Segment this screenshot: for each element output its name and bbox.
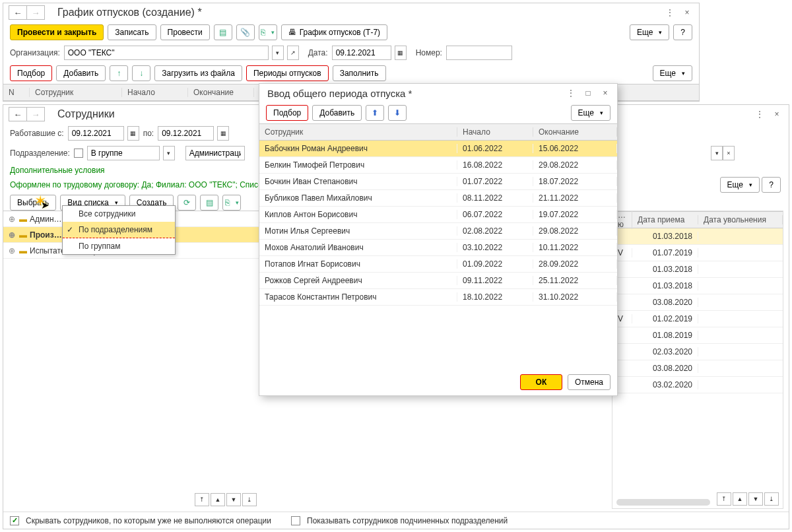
clear-icon[interactable]: × [723, 146, 735, 160]
dropdown-icon[interactable]: ▾ [163, 146, 175, 160]
select-button[interactable]: Подбор [10, 65, 52, 81]
attach-icon[interactable]: 📎 [236, 24, 255, 40]
table-row[interactable]: Белкин Тимофей Петрович16.08.202229.08.2… [259, 157, 617, 174]
dept-checkbox[interactable] [74, 149, 83, 158]
up-icon[interactable]: ↑ [110, 65, 128, 81]
page-down-button[interactable]: ▼ [748, 492, 763, 506]
table-row[interactable]: 03.08.2020 [612, 360, 783, 377]
hide-emp-checkbox[interactable] [10, 516, 19, 525]
page-up-button[interactable]: ▲ [211, 493, 225, 506]
maximize-icon[interactable]: □ [581, 86, 595, 100]
cell-hire: 01.03.2018 [632, 281, 698, 290]
more2-button[interactable]: Еще [653, 65, 692, 81]
cell-emp: Потапов Игнат Борисович [259, 259, 457, 269]
org-dropdown-icon[interactable]: ▾ [272, 46, 284, 60]
menu-icon[interactable]: ⋮ [663, 6, 676, 19]
nav-back-button[interactable]: ← [9, 107, 27, 121]
show-sub-checkbox[interactable] [291, 516, 300, 525]
cell-hire: 03.02.2020 [632, 380, 698, 389]
post-button[interactable]: Провести [160, 24, 210, 40]
post-close-button[interactable]: Провести и закрыть [10, 24, 104, 40]
page-up-button[interactable]: ▲ [733, 492, 747, 506]
emp-help-button[interactable]: ? [762, 177, 781, 193]
dlg-select-button[interactable]: Подбор [266, 105, 308, 121]
table-row[interactable]: 01.03.2018 [612, 278, 783, 294]
refresh-icon[interactable]: ⟳ [178, 195, 196, 211]
table-row[interactable]: 01.03.2018 [612, 228, 783, 245]
date-from-input[interactable] [68, 126, 124, 141]
org-open-icon[interactable]: ↗ [287, 46, 299, 60]
cell-end: 18.07.2022 [533, 177, 617, 186]
cell-hire: 01.03.2018 [632, 232, 698, 241]
expander-icon[interactable]: ⊕ [7, 215, 16, 224]
calendar-icon[interactable]: ▦ [127, 126, 139, 141]
save-button[interactable]: Записать [108, 24, 156, 40]
table-row[interactable]: Рожков Сергей Андреевич09.11.202225.11.2… [259, 273, 617, 289]
expander-icon[interactable]: ⊕ [7, 230, 16, 240]
help-button[interactable]: ? [673, 24, 692, 40]
table-row[interactable]: 01.08.2019 [612, 327, 783, 344]
fill-button[interactable]: Заполнить [333, 65, 386, 81]
menu-item-all[interactable]: Все сотрудники [63, 206, 175, 222]
down-icon[interactable]: ↓ [132, 65, 150, 81]
menu-item-by-group[interactable]: По группам [63, 238, 175, 254]
table-row[interactable]: V01.02.2019 [612, 311, 783, 327]
admin-input[interactable] [185, 146, 245, 160]
search-open-icon[interactable]: ▾ [711, 146, 723, 160]
table-row[interactable]: Бубликов Павел Михайлович08.11.202221.11… [259, 190, 617, 207]
down-icon[interactable]: ⬇ [388, 105, 407, 121]
table-row[interactable]: V01.07.2019 [612, 245, 783, 261]
page-first-button[interactable]: ⤒ [717, 492, 731, 506]
page-last-button[interactable]: ⤓ [764, 492, 779, 506]
menu-icon[interactable]: ⋮ [564, 86, 578, 100]
date-input[interactable] [332, 46, 391, 60]
menu-item-by-dept[interactable]: ✓По подразделениям [63, 222, 175, 238]
cancel-button[interactable]: Отмена [568, 374, 610, 390]
table-row[interactable]: Бабочкин Роман Андреевич01.06.202215.06.… [259, 141, 617, 157]
table-row[interactable]: Бочкин Иван Степанович01.07.202218.07.20… [259, 174, 617, 190]
nav-forward-button[interactable]: → [26, 107, 45, 121]
h-scrollbar[interactable] [616, 499, 710, 506]
more-icon[interactable]: ⎘ [222, 195, 241, 211]
list-icon[interactable]: ▤ [200, 195, 218, 211]
calendar-icon[interactable]: ▦ [217, 126, 229, 141]
periods-button[interactable]: Периоды отпусков [246, 65, 329, 81]
extra-conditions-link[interactable]: Дополнительные условия [10, 166, 105, 175]
org-input[interactable] [64, 46, 269, 60]
dlg-add-button[interactable]: Добавить [312, 105, 362, 121]
table-row[interactable]: Киплов Антон Борисович06.07.202219.07.20… [259, 207, 617, 223]
table-row[interactable]: Тарасов Константин Петрович18.10.202231.… [259, 289, 617, 306]
table-row[interactable]: 03.08.2020 [612, 294, 783, 311]
more-button[interactable]: Еще [630, 24, 669, 40]
load-file-button[interactable]: Загрузить из файла [154, 65, 242, 81]
nav-back-button[interactable]: ← [9, 5, 27, 20]
up-icon[interactable]: ⬆ [366, 105, 384, 121]
close-icon[interactable]: × [770, 108, 783, 121]
table-row[interactable]: Мохов Анатолий Иванович03.10.202210.11.2… [259, 240, 617, 256]
emp-more-button[interactable]: Еще [720, 177, 760, 193]
calendar-icon[interactable]: ▦ [395, 46, 407, 60]
date-to-label: по: [143, 129, 154, 138]
expander-icon[interactable]: ⊕ [7, 246, 16, 255]
struct-icon[interactable]: ⎘ [259, 24, 277, 40]
page-first-button[interactable]: ⤒ [195, 493, 209, 506]
in-group-input[interactable] [87, 146, 160, 160]
page-down-button[interactable]: ▼ [226, 493, 241, 506]
print-button[interactable]: 🖶График отпусков (Т-7) [281, 24, 387, 40]
report-icon[interactable]: ▤ [214, 24, 232, 40]
page-last-button[interactable]: ⤓ [242, 493, 257, 506]
add-button[interactable]: Добавить [56, 65, 106, 81]
table-row[interactable]: Потапов Игнат Борисович01.09.202228.09.2… [259, 256, 617, 273]
close-icon[interactable]: × [680, 6, 694, 19]
dlg-more-button[interactable]: Еще [571, 105, 610, 121]
ok-button[interactable]: ОК [520, 374, 562, 390]
close-icon[interactable]: × [599, 86, 612, 100]
table-row[interactable]: Мотин Илья Сергеевич02.08.202229.08.2022 [259, 223, 617, 240]
table-row[interactable]: 02.03.2020 [612, 344, 783, 360]
table-row[interactable]: 01.03.2018 [612, 261, 783, 278]
menu-icon[interactable]: ⋮ [753, 108, 766, 121]
number-input[interactable] [446, 46, 512, 60]
table-row[interactable]: 03.02.2020 [612, 377, 783, 393]
date-to-input[interactable] [158, 126, 214, 141]
nav-forward-button[interactable]: → [26, 5, 45, 20]
